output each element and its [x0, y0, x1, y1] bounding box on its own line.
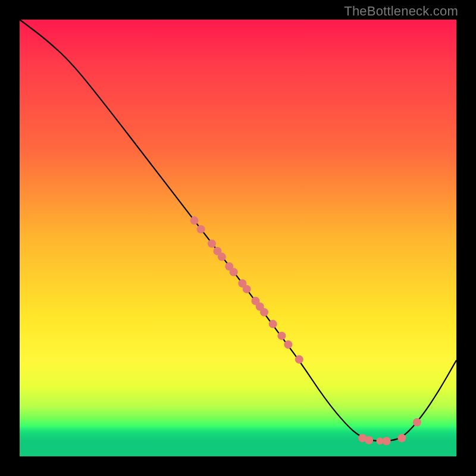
- data-dot: [208, 240, 216, 248]
- chart-frame: TheBottleneck.com: [0, 0, 476, 476]
- plot-area: [20, 20, 456, 456]
- data-dot: [197, 225, 205, 233]
- data-dots-lower-cluster: [358, 418, 421, 446]
- chart-svg: [20, 20, 456, 456]
- data-dot: [277, 331, 286, 340]
- data-dot: [295, 355, 303, 364]
- data-dot: [383, 437, 391, 445]
- data-dot: [413, 418, 421, 427]
- watermark-text: TheBottleneck.com: [344, 4, 458, 19]
- data-dot: [397, 434, 406, 442]
- data-dot: [190, 217, 199, 225]
- data-dot: [218, 253, 226, 261]
- data-dot: [365, 436, 373, 444]
- data-dot: [269, 320, 277, 328]
- bottleneck-curve: [20, 20, 456, 441]
- data-dots-upper-cluster: [190, 217, 303, 364]
- data-dot: [284, 340, 292, 349]
- data-dot: [230, 268, 238, 276]
- data-dot: [260, 308, 268, 317]
- data-dot: [243, 285, 251, 293]
